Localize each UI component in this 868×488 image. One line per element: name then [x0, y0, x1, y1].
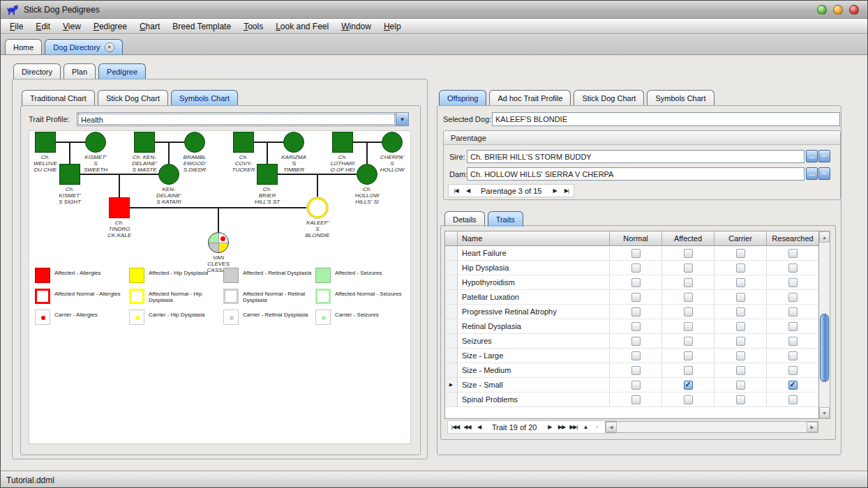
detail-tab-traits[interactable]: Traits: [488, 211, 523, 227]
menu-pedigree[interactable]: Pedigree: [87, 20, 133, 33]
checkbox-affected[interactable]: [684, 293, 693, 302]
dam-field[interactable]: Ch. HOLLOW HILLS' SIERRA V CHERPA: [467, 167, 805, 181]
trait-row-seizures[interactable]: Seizures: [445, 334, 830, 349]
checkbox-affected[interactable]: [684, 322, 693, 331]
right-tab-stick-dog-chart[interactable]: Stick Dog Chart: [574, 90, 644, 105]
column-header-name[interactable]: Name: [458, 231, 610, 246]
nav-previous-button[interactable]: ◀: [462, 185, 474, 197]
checkbox-affected[interactable]: [684, 395, 693, 404]
pedigree-node-ch-lothari-o-of-hei[interactable]: [332, 132, 353, 153]
checkbox-carrier[interactable]: [736, 278, 745, 287]
trait-profile-value[interactable]: Health: [78, 114, 395, 125]
checkbox-researched[interactable]: [788, 278, 798, 287]
column-header-carrier[interactable]: Carrier: [714, 231, 767, 246]
checkbox-normal[interactable]: [631, 395, 641, 404]
pedigree-node-ken-delaine-s-katari[interactable]: [158, 164, 179, 185]
pedigree-node-ch-hollow-hills-si[interactable]: [357, 164, 377, 185]
pedigree-node-ch-welove-du-chie[interactable]: [35, 132, 56, 153]
checkbox-carrier[interactable]: [736, 293, 745, 302]
checkbox-researched[interactable]: [788, 322, 798, 331]
pedigree-node-ch-kismet-s-sight[interactable]: [59, 164, 80, 185]
nav-next-button[interactable]: ▶: [548, 185, 560, 197]
checkbox-carrier[interactable]: [736, 337, 745, 346]
checkbox-researched[interactable]: [788, 307, 798, 317]
nav-next-button[interactable]: ▶: [544, 421, 555, 433]
trait-row-hypothyroidism[interactable]: Hypothyroidism: [445, 275, 830, 290]
nav-first-button[interactable]: |◀: [450, 185, 462, 197]
pedigree-node-van-cleves-cassan[interactable]: [208, 232, 229, 253]
checkbox-carrier[interactable]: [736, 249, 745, 258]
pedigree-node-kismet-s-sweeth[interactable]: [85, 132, 106, 153]
pedigree-node-brambl-ewood-s-diedr[interactable]: [184, 132, 205, 153]
tab-dog-directory[interactable]: Dog Directory✕: [45, 39, 122, 54]
chart-tab-symbols-chart[interactable]: Symbols Chart: [171, 90, 238, 105]
sire-field[interactable]: Ch. BRIER HILL'S STORM BUDDY: [467, 150, 805, 163]
menu-look-and-feel[interactable]: Look and Feel: [269, 20, 335, 33]
checkbox-researched[interactable]: [788, 249, 798, 258]
checkbox-researched[interactable]: [788, 264, 798, 273]
checkbox-carrier[interactable]: [736, 381, 745, 390]
maximize-button[interactable]: [833, 5, 843, 15]
checkbox-researched[interactable]: [788, 351, 798, 360]
nav-last-button[interactable]: ▶▶|: [567, 421, 579, 433]
vertical-scrollbar[interactable]: ▲ ▼: [818, 231, 830, 419]
checkbox-researched[interactable]: [788, 366, 798, 375]
menu-tools[interactable]: Tools: [237, 20, 269, 33]
trait-row-size-large[interactable]: Size - Large: [445, 349, 830, 363]
pedigree-node-kaleef-s-blondie[interactable]: [307, 197, 328, 218]
checkbox-normal[interactable]: [631, 337, 641, 346]
checkbox-researched[interactable]: [788, 293, 798, 302]
checkbox-researched[interactable]: [788, 395, 798, 404]
column-header-researched[interactable]: Researched: [767, 231, 819, 246]
trait-row-hip-dysplasia[interactable]: Hip Dysplasia: [445, 261, 830, 275]
checkbox-affected[interactable]: [684, 366, 693, 375]
checkbox-affected[interactable]: [684, 351, 693, 360]
checkbox-carrier[interactable]: [736, 322, 745, 331]
scroll-right-icon[interactable]: ▶: [807, 422, 818, 432]
close-tab-icon[interactable]: ✕: [105, 43, 114, 52]
trait-row-patellar-luxation[interactable]: Patellar Luxation: [445, 290, 830, 305]
minimize-button[interactable]: [817, 5, 827, 15]
nav-forward-button[interactable]: ▶▶: [555, 421, 567, 433]
nav-insert-button[interactable]: ▲: [579, 421, 591, 433]
scroll-left-icon[interactable]: ◀: [606, 422, 617, 432]
checkbox-carrier[interactable]: [736, 351, 745, 360]
tab-home[interactable]: Home: [5, 39, 42, 54]
sire-lookup-button[interactable]: …: [806, 150, 818, 162]
column-header-normal[interactable]: Normal: [610, 231, 662, 246]
pedigree-node-ch-covy-tucker[interactable]: [233, 132, 254, 153]
nav-last-button[interactable]: ▶|: [560, 185, 572, 197]
chart-tab-traditional-chart[interactable]: Traditional Chart: [22, 90, 95, 105]
scroll-up-icon[interactable]: ▲: [819, 231, 830, 243]
checkbox-normal[interactable]: [631, 264, 641, 273]
menu-view[interactable]: View: [57, 20, 87, 33]
checkbox-affected[interactable]: [684, 337, 693, 346]
trait-row-retinal-dysplasia[interactable]: Retinal Dysplasia: [445, 319, 830, 334]
checkbox-normal[interactable]: [631, 322, 641, 331]
vertical-scrollbar-thumb[interactable]: [820, 314, 829, 382]
pedigree-node-ch-ken-delaine-s-maste[interactable]: [134, 132, 155, 153]
close-button[interactable]: [849, 5, 859, 15]
dam-lookup-button[interactable]: …: [806, 167, 818, 180]
checkbox-normal[interactable]: [631, 366, 641, 375]
menu-window[interactable]: Window: [335, 20, 377, 33]
chart-tab-stick-dog-chart[interactable]: Stick Dog Chart: [98, 90, 168, 105]
trait-row-heart-failure[interactable]: Heart Failure: [445, 246, 830, 261]
checkbox-normal[interactable]: [631, 307, 641, 317]
menu-chart[interactable]: Chart: [133, 20, 166, 33]
checkbox-researched[interactable]: [788, 337, 798, 346]
checkbox-carrier[interactable]: [736, 307, 745, 317]
trait-row-size-medium[interactable]: Size - Medium: [445, 363, 830, 378]
checkbox-carrier[interactable]: [736, 366, 745, 375]
nav-first-button[interactable]: |◀◀: [449, 421, 461, 433]
view-tab-pedigree[interactable]: Pedigree: [98, 63, 146, 79]
checkbox-normal[interactable]: [631, 293, 641, 302]
checkbox-normal[interactable]: [631, 381, 641, 390]
checkbox-researched-checked[interactable]: [788, 381, 798, 390]
trait-profile-combobox[interactable]: Health ▼: [77, 112, 409, 126]
view-tab-directory[interactable]: Directory: [13, 63, 61, 79]
checkbox-affected[interactable]: [684, 278, 693, 287]
trait-row-size-small[interactable]: ▶Size - Small: [445, 378, 830, 392]
pedigree-node-cherpa-s-hollow[interactable]: [382, 132, 403, 153]
checkbox-affected[interactable]: [684, 264, 693, 273]
